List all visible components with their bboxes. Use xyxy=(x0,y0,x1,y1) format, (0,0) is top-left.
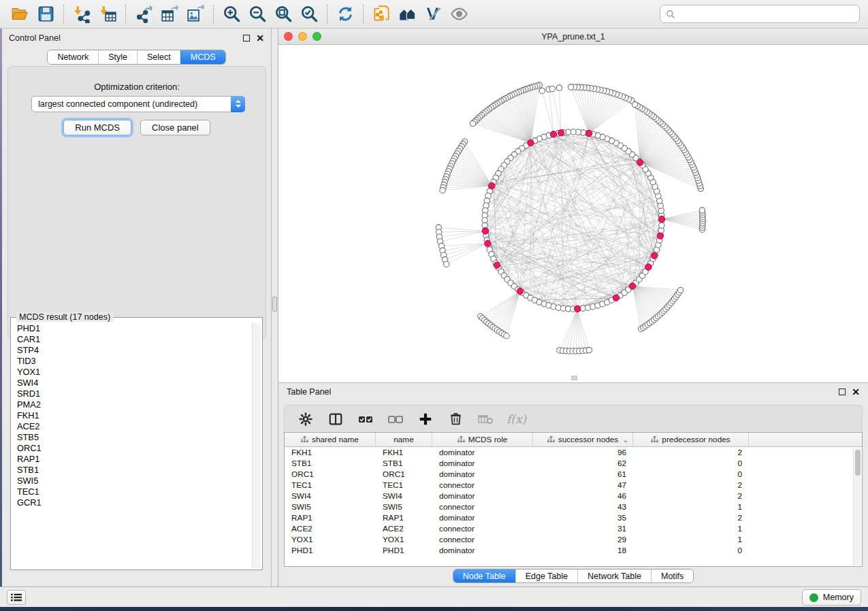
run-mcds-button[interactable]: Run MCDS xyxy=(63,120,131,135)
table-cell[interactable]: dominator xyxy=(432,491,533,501)
table-scrollbar-thumb[interactable] xyxy=(855,450,861,476)
table-cell[interactable]: 43 xyxy=(533,502,633,512)
tab-network[interactable]: Network xyxy=(48,50,98,64)
list-item[interactable]: YOX1 xyxy=(12,367,251,378)
tab-node-table[interactable]: Node Table xyxy=(453,569,515,582)
list-item[interactable]: GCR1 xyxy=(12,497,251,508)
clone-network-button[interactable] xyxy=(368,3,394,26)
table-cell[interactable]: connector xyxy=(432,535,533,544)
eye-button[interactable] xyxy=(446,3,472,26)
list-item[interactable]: FKH1 xyxy=(12,410,251,421)
table-row[interactable]: TEC1TEC1connector472 xyxy=(285,480,862,491)
list-item[interactable]: SWI4 xyxy=(12,378,251,389)
table-cell[interactable]: SWI5 xyxy=(285,502,376,512)
close-panel-icon[interactable]: ✕ xyxy=(852,389,860,395)
table-cell[interactable]: 0 xyxy=(633,459,749,468)
table-cell[interactable]: STB1 xyxy=(285,459,376,468)
table-cell[interactable]: PHD1 xyxy=(376,546,432,555)
table-cell[interactable]: connector xyxy=(432,480,533,490)
refresh-button[interactable] xyxy=(332,3,358,26)
list-item[interactable]: ORC1 xyxy=(12,443,251,454)
list-item[interactable]: TID3 xyxy=(12,356,251,367)
table-cell[interactable]: 1 xyxy=(633,524,749,533)
table-row[interactable]: PHD1PHD1dominator180 xyxy=(285,545,862,556)
list-item[interactable]: STB5 xyxy=(12,432,251,443)
import-network-button[interactable] xyxy=(69,3,95,26)
table-cell[interactable]: 0 xyxy=(633,546,749,555)
select-all-button[interactable] xyxy=(357,410,374,428)
table-cell[interactable]: 96 xyxy=(533,448,633,457)
splitter-handle[interactable] xyxy=(272,297,277,312)
table-cell[interactable]: TEC1 xyxy=(376,480,432,490)
tab-mcds[interactable]: MCDS xyxy=(180,50,225,64)
network-canvas[interactable] xyxy=(278,45,868,382)
table-cell[interactable]: RAP1 xyxy=(376,513,432,523)
tab-network-table[interactable]: Network Table xyxy=(577,569,651,582)
table-cell[interactable]: 2 xyxy=(633,448,749,457)
close-panel-button[interactable]: Close panel xyxy=(140,120,210,135)
delete-button[interactable] xyxy=(447,410,464,428)
table-cell[interactable]: FKH1 xyxy=(285,448,376,457)
list-item[interactable]: STP4 xyxy=(12,345,251,356)
table-cell[interactable]: 1 xyxy=(633,502,749,512)
table-cell[interactable]: connector xyxy=(432,502,533,512)
table-scrollbar[interactable] xyxy=(853,448,861,565)
list-item[interactable]: RAP1 xyxy=(12,454,251,465)
float-panel-icon[interactable] xyxy=(839,389,846,395)
optimization-criterion-select[interactable]: largest connected component (undirected) xyxy=(31,96,245,112)
table-cell[interactable]: YOX1 xyxy=(376,535,432,544)
network-view-titlebar[interactable]: YPA_prune.txt_1 xyxy=(278,29,868,45)
column-header-successor-nodes[interactable]: successor nodes⌄ xyxy=(533,433,633,446)
export-network-button[interactable] xyxy=(131,3,157,26)
table-cell[interactable]: 29 xyxy=(533,535,633,544)
list-item[interactable]: PHD1 xyxy=(12,323,251,334)
table-cell[interactable]: SWI5 xyxy=(376,502,432,512)
table-row[interactable]: STB1STB1dominator620 xyxy=(285,458,862,469)
deselect-all-button[interactable] xyxy=(387,410,404,428)
float-panel-icon[interactable] xyxy=(243,35,250,42)
save-session-button[interactable] xyxy=(33,3,59,26)
table-row[interactable]: ORC1ORC1dominator610 xyxy=(285,469,862,480)
table-row[interactable]: RAP1RAP1dominator352 xyxy=(285,512,862,523)
table-cell[interactable]: 35 xyxy=(533,513,633,523)
zoom-out-button[interactable] xyxy=(244,3,270,26)
table-cell[interactable]: dominator xyxy=(432,546,533,555)
zoom-in-button[interactable] xyxy=(219,3,244,26)
table-cell[interactable]: dominator xyxy=(432,448,533,457)
column-header-name[interactable]: name xyxy=(376,433,432,446)
vertical-splitter[interactable] xyxy=(272,29,278,587)
table-cell[interactable]: 61 xyxy=(533,469,633,479)
open-file-button[interactable] xyxy=(7,3,33,26)
column-header-MCDS-role[interactable]: MCDS role xyxy=(432,433,533,446)
table-row[interactable]: FKH1FKH1dominator962 xyxy=(285,447,862,458)
close-panel-icon[interactable]: ✕ xyxy=(256,35,264,42)
houses-button[interactable] xyxy=(394,3,420,26)
tab-motifs[interactable]: Motifs xyxy=(651,569,693,582)
tab-select[interactable]: Select xyxy=(137,50,180,64)
table-cell[interactable]: ORC1 xyxy=(285,469,376,479)
import-table-button[interactable] xyxy=(95,3,120,26)
column-header-shared-name[interactable]: shared name xyxy=(285,433,376,446)
table-cell[interactable]: 1 xyxy=(633,535,749,544)
table-cell[interactable]: connector xyxy=(432,524,533,533)
table-row[interactable]: ACE2ACE2connector311 xyxy=(285,523,862,534)
tab-edge-table[interactable]: Edge Table xyxy=(515,569,577,582)
list-item[interactable]: SWI5 xyxy=(12,476,251,486)
list-item[interactable]: SRD1 xyxy=(12,389,251,399)
table-cell[interactable]: dominator xyxy=(432,513,533,523)
add-column-button[interactable] xyxy=(417,410,434,428)
search-input[interactable] xyxy=(679,10,854,19)
zoom-fit-button[interactable] xyxy=(270,3,296,26)
table-cell[interactable]: ORC1 xyxy=(376,469,432,479)
list-item[interactable]: ACE2 xyxy=(12,421,251,432)
table-cell[interactable]: 2 xyxy=(633,513,749,523)
table-cell[interactable]: TEC1 xyxy=(285,480,376,490)
table-cell[interactable]: ACE2 xyxy=(376,524,432,533)
table-cell[interactable]: 18 xyxy=(533,546,633,555)
table-cell[interactable]: ACE2 xyxy=(285,524,376,533)
export-image-button[interactable] xyxy=(182,3,208,26)
table-cell[interactable]: FKH1 xyxy=(376,448,432,457)
table-cell[interactable]: RAP1 xyxy=(285,513,376,523)
table-cell[interactable]: SWI4 xyxy=(285,491,376,501)
table-cell[interactable]: PHD1 xyxy=(285,546,376,555)
